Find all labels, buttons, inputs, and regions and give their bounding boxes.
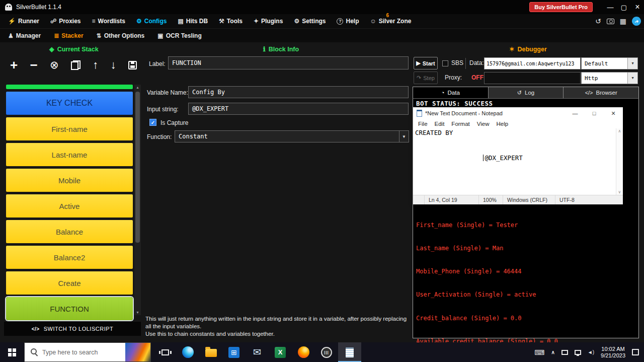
start-menu-button[interactable]: [0, 342, 24, 362]
taskbar-clock[interactable]: 10:02 AM 9/21/2023: [601, 346, 625, 359]
move-down-button[interactable]: ↓: [111, 58, 116, 71]
notepad-menu-help[interactable]: Help: [493, 121, 512, 127]
scroll-down-icon[interactable]: ∨: [618, 190, 621, 194]
menu-silver-zone[interactable]: 6☺Silver Zone: [370, 18, 412, 25]
task-view-button[interactable]: [154, 342, 176, 362]
taskbar-app-edge[interactable]: [176, 342, 199, 362]
bug-icon: ✶: [509, 45, 514, 53]
menu-plugins[interactable]: ✦Plugins: [254, 18, 283, 25]
switch-to-loliscript-button[interactable]: </> SWITCH TO LOLISCRIPT: [4, 322, 141, 336]
function-dropdown[interactable]: Constant ▼: [175, 130, 409, 142]
variable-name-input[interactable]: Config By: [188, 86, 409, 98]
stack-block[interactable]: First-name: [6, 117, 133, 140]
tab-browser[interactable]: </>Browser: [564, 87, 638, 98]
scroll-down-icon[interactable]: ▼: [134, 311, 141, 314]
remove-block-button[interactable]: −: [30, 57, 38, 73]
taskbar-app-store[interactable]: ⊞: [222, 342, 246, 362]
buy-pro-button[interactable]: Buy SilverBullet Pro: [529, 2, 593, 12]
stack-block-partial[interactable]: [6, 85, 133, 89]
stack-block[interactable]: Balance2: [6, 246, 133, 269]
duplicate-block-button[interactable]: [71, 60, 80, 70]
notepad-menu-format[interactable]: Format: [448, 121, 473, 127]
stack-scrollbar[interactable]: ▲ ▼: [134, 85, 141, 315]
scrollbar-thumb[interactable]: [135, 92, 140, 243]
display-icon[interactable]: [561, 350, 568, 355]
stack-block[interactable]: Create: [6, 271, 133, 295]
notepad-menu-file[interactable]: File: [415, 121, 431, 127]
proxy-off-toggle[interactable]: OFF: [471, 74, 484, 81]
menu-tools[interactable]: ⚒Tools: [219, 18, 243, 25]
maximize-button[interactable]: ▢: [617, 0, 630, 14]
chevron-down-icon[interactable]: ▼: [627, 73, 637, 84]
app-logo-icon: [5, 4, 12, 11]
taskbar-app-media[interactable]: |||: [315, 342, 338, 362]
menu-proxies[interactable]: ☍Proxies: [50, 18, 81, 25]
chevron-down-icon[interactable]: ▼: [399, 131, 409, 142]
telegram-icon[interactable]: ➔: [630, 15, 642, 27]
proxy-type-dropdown[interactable]: Http ▼: [581, 72, 638, 84]
close-button[interactable]: ×: [631, 0, 644, 14]
menu-configs[interactable]: ⚙Configs: [136, 18, 167, 25]
history-icon[interactable]: ↺: [595, 17, 601, 25]
camera-icon[interactable]: [607, 19, 614, 24]
submenu-stacker[interactable]: ≣Stacker: [54, 32, 83, 39]
notepad-scrollbar[interactable]: ∧ ∨: [616, 128, 623, 195]
submenu-ocr-testing[interactable]: ▣OCR Tesling: [157, 32, 201, 39]
gif-icon[interactable]: ▦: [620, 17, 626, 25]
proxy-input[interactable]: [484, 72, 581, 84]
menu-wordlists[interactable]: ≡Wordlists: [92, 18, 125, 25]
notepad-minimize-button[interactable]: —: [566, 107, 585, 119]
is-capture-checkbox[interactable]: ✓: [149, 119, 156, 126]
notepad-close-button[interactable]: ×: [604, 107, 623, 119]
taskbar-app-excel[interactable]: X: [269, 342, 292, 362]
taskbar-app-firefox[interactable]: [292, 342, 315, 362]
clear-stack-button[interactable]: ⊗: [50, 59, 59, 71]
stack-block[interactable]: Last-name: [6, 143, 133, 166]
notepad-menu-view[interactable]: View: [473, 121, 493, 127]
notepad-maximize-button[interactable]: □: [585, 107, 604, 119]
tools-icon: ⚒: [219, 18, 224, 25]
taskbar-app-mail[interactable]: ✉: [246, 342, 269, 362]
start-button[interactable]: ▶Start: [414, 57, 438, 69]
tab-data[interactable]: ◔Data: [413, 87, 489, 98]
scroll-up-icon[interactable]: ∧: [618, 129, 621, 133]
network-icon[interactable]: [575, 350, 581, 355]
search-highlight-image[interactable]: [125, 343, 150, 361]
move-up-button[interactable]: ↑: [93, 58, 98, 71]
taskbar-app-file-explorer[interactable]: [199, 342, 222, 362]
add-block-button[interactable]: +: [10, 57, 18, 73]
menu-runner[interactable]: ⚡Runner: [8, 18, 39, 25]
menu-hits-db[interactable]: ▤Hits DB: [178, 18, 208, 25]
wordlist-type-dropdown[interactable]: Default ▼: [581, 57, 638, 69]
data-input[interactable]: 157976@gmail.com:Aaqwertyu123: [484, 57, 581, 69]
touch-keyboard-icon[interactable]: ⌨: [534, 348, 544, 356]
save-config-button[interactable]: [128, 61, 137, 69]
submenu-manager[interactable]: ♟Manager: [8, 32, 41, 39]
notepad-title-bar[interactable]: *New Text Document - Notepad — □ ×: [413, 107, 623, 119]
chevron-down-icon[interactable]: ▼: [627, 58, 637, 69]
tray-expand-icon[interactable]: ∧: [551, 349, 555, 355]
notepad-title: *New Text Document - Notepad: [425, 110, 503, 116]
stack-block[interactable]: Balance: [6, 220, 133, 243]
stack-block-selected[interactable]: FUNCTION: [6, 297, 133, 320]
stack-block[interactable]: Mobile: [6, 169, 133, 192]
submenu-other-options[interactable]: ⇅Other Options: [97, 32, 145, 39]
notepad-text-area[interactable]: CREATED BY @DX_EXPERT: [413, 128, 616, 195]
menu-settings[interactable]: ⚙Settings: [294, 18, 326, 25]
notepad-menu-edit[interactable]: Edit: [431, 121, 448, 127]
taskbar-app-notepad-active[interactable]: [338, 342, 361, 362]
taskbar-search-box[interactable]: Type here to search: [24, 342, 151, 362]
menu-help[interactable]: ?Help: [337, 18, 359, 25]
label-input[interactable]: FUNCTION: [168, 56, 409, 69]
stack-block[interactable]: KEY CHECK: [6, 92, 133, 115]
input-string-input[interactable]: @DX_EXPERT: [188, 103, 409, 115]
volume-icon[interactable]: ◄): [588, 349, 594, 355]
sbs-checkbox[interactable]: [442, 60, 448, 66]
action-center-icon[interactable]: [632, 349, 639, 355]
scroll-up-icon[interactable]: ▲: [134, 86, 141, 89]
stack-block[interactable]: Active: [6, 194, 133, 218]
clock-time: 10:02 AM: [601, 346, 625, 352]
minimize-button[interactable]: —: [604, 0, 617, 14]
tab-log[interactable]: ↺Log: [489, 87, 564, 98]
step-button[interactable]: ↷Step: [414, 71, 438, 84]
